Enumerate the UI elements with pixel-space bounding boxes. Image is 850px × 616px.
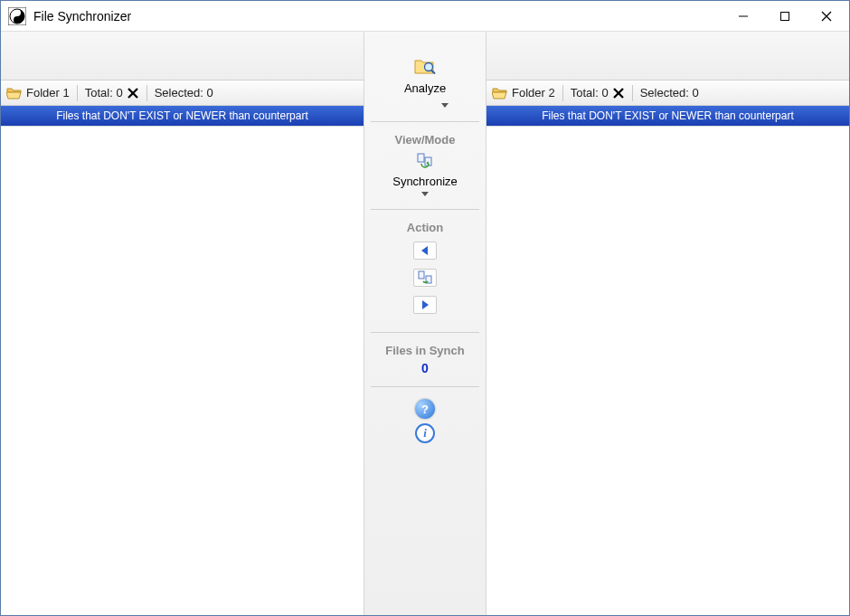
folder-open-icon — [492, 86, 508, 100]
view-mode-heading: View/Mode — [364, 133, 486, 147]
svg-point-8 — [425, 63, 433, 71]
left-info-bar: Folder 1 Total: 0 Selected: 0 — [1, 81, 364, 106]
right-selected-label: Selected: 0 — [640, 86, 699, 100]
title-bar[interactable]: File Synchronizer — [1, 1, 849, 32]
close-button[interactable] — [806, 1, 847, 31]
right-clear-button[interactable] — [612, 87, 625, 100]
left-list-header: Files that DON'T EXIST or NEWER than cou… — [1, 106, 364, 126]
left-selected-label: Selected: 0 — [155, 86, 213, 100]
right-path-area[interactable] — [486, 32, 849, 81]
analyze-label: Analyze — [404, 81, 446, 95]
right-pane: Folder 2 Total: 0 Selected: 0 Files that… — [486, 32, 849, 615]
sync-mode-icon — [417, 152, 433, 171]
left-clear-button[interactable] — [127, 87, 139, 100]
mode-selector[interactable]: Synchronize — [364, 150, 486, 198]
help-button[interactable]: ? — [415, 399, 435, 419]
analyze-button[interactable]: Analyze — [364, 55, 486, 97]
center-panel: Analyze View/Mode Synchronize Action — [364, 32, 486, 615]
files-in-synch-count: 0 — [364, 361, 486, 375]
window-title: File Synchronizer — [33, 9, 722, 24]
files-in-synch-heading: Files in Synch — [364, 344, 486, 357]
app-icon — [8, 7, 26, 25]
left-pane: Folder 1 Total: 0 Selected: 0 Files that… — [1, 32, 364, 615]
svg-rect-3 — [781, 12, 789, 20]
left-folder-button[interactable]: Folder 1 — [6, 86, 70, 100]
svg-rect-12 — [419, 271, 424, 279]
right-file-list[interactable] — [486, 126, 849, 615]
minimize-button[interactable] — [722, 1, 764, 31]
analyze-dropdown-arrow[interactable] — [441, 103, 449, 108]
maximize-button[interactable] — [764, 1, 806, 31]
copy-left-button[interactable] — [413, 242, 437, 260]
info-button[interactable]: i — [415, 423, 435, 443]
right-folder-button[interactable]: Folder 2 — [492, 86, 555, 100]
left-total-label: Total: 0 — [85, 86, 123, 100]
folder-open-icon — [6, 86, 23, 100]
magnifier-folder-icon — [413, 57, 437, 80]
right-folder-label: Folder 2 — [512, 86, 555, 100]
copy-right-button[interactable] — [413, 296, 437, 314]
sync-both-button[interactable] — [413, 269, 437, 287]
mode-value: Synchronize — [392, 175, 458, 188]
left-path-area[interactable] — [1, 32, 364, 81]
left-folder-label: Folder 1 — [26, 86, 70, 100]
chevron-down-icon — [421, 192, 429, 196]
svg-rect-10 — [418, 154, 424, 162]
right-total-label: Total: 0 — [571, 86, 609, 100]
right-list-header: Files that DON'T EXIST or NEWER than cou… — [486, 106, 849, 126]
action-heading: Action — [364, 221, 486, 234]
right-info-bar: Folder 2 Total: 0 Selected: 0 — [486, 81, 849, 106]
left-file-list[interactable] — [1, 126, 364, 615]
